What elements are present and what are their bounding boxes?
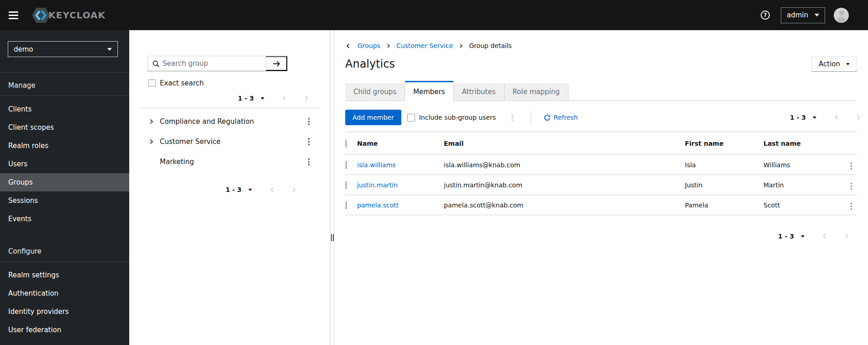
main-content: Groups Customer Service Group details An… xyxy=(334,30,868,345)
pagination-prev-button[interactable] xyxy=(281,95,288,101)
row-checkbox[interactable] xyxy=(346,201,347,209)
breadcrumb: Groups Customer Service Group details xyxy=(345,42,857,49)
group-tree-panel: Exact search 1 - 3 Compliance and Regula… xyxy=(129,30,330,345)
tree-item-compliance-and-regulation: Compliance and Regulation xyxy=(129,111,330,132)
pagination-next-button[interactable] xyxy=(303,95,310,101)
sidebar-item-groups[interactable]: Groups xyxy=(0,173,129,191)
pagination-prev-button[interactable] xyxy=(269,186,275,193)
tab-role-mapping[interactable]: Role mapping xyxy=(505,83,568,101)
table-header-row: Name Email First name Last name xyxy=(345,132,857,155)
tabs: Child groups Members Attributes Role map… xyxy=(345,81,857,101)
column-header-name: Name xyxy=(357,132,444,155)
members-table: Name Email First name Last name isla.wil… xyxy=(345,132,857,215)
row-checkbox[interactable] xyxy=(346,161,347,169)
pagination-range: 1 - 3 xyxy=(226,186,242,193)
toolbar-kebab-menu-icon[interactable] xyxy=(510,112,515,122)
pagination-options-caret-icon[interactable] xyxy=(248,189,252,191)
chevron-right-icon xyxy=(458,43,463,48)
keycloak-logo-icon xyxy=(32,7,50,23)
pagination-prev-button[interactable] xyxy=(833,114,840,121)
kebab-menu-icon[interactable] xyxy=(306,156,311,167)
group-search xyxy=(147,56,288,71)
breadcrumb-link-groups[interactable]: Groups xyxy=(358,42,380,49)
keycloak-logo: KEYCLOAK xyxy=(32,7,105,23)
table-pagination-top: 1 - 3 xyxy=(790,113,862,122)
action-label: Action xyxy=(819,60,840,68)
member-name-link[interactable]: isla.williams xyxy=(357,161,396,169)
sidebar-item-authentication[interactable]: Authentication xyxy=(0,284,129,303)
add-member-button[interactable]: Add member xyxy=(345,110,401,125)
table-pagination-bottom: 1 - 3 xyxy=(345,232,850,240)
sidebar-item-clients[interactable]: Clients xyxy=(0,100,129,118)
breadcrumb-link-customer-service[interactable]: Customer Service xyxy=(396,42,453,49)
avatar[interactable] xyxy=(834,8,849,23)
member-email: justin.martin@knab.com xyxy=(444,175,685,195)
panel-resize-splitter[interactable] xyxy=(330,30,334,345)
row-kebab-menu-icon[interactable] xyxy=(849,161,854,171)
hamburger-menu-icon[interactable] xyxy=(9,11,18,19)
kebab-menu-icon[interactable] xyxy=(306,136,311,147)
tree-pagination-bottom: 1 - 3 xyxy=(129,186,297,194)
exact-search-checkbox[interactable] xyxy=(148,80,156,87)
chevron-right-icon xyxy=(386,43,391,48)
search-group-input[interactable] xyxy=(163,59,262,68)
tab-attributes[interactable]: Attributes xyxy=(453,83,505,101)
search-submit-button[interactable] xyxy=(266,56,287,71)
pagination-options-caret-icon[interactable] xyxy=(261,97,264,100)
sidebar-item-identity-providers[interactable]: Identity providers xyxy=(0,303,129,321)
member-last-name: Williams xyxy=(763,155,848,175)
select-all-checkbox[interactable] xyxy=(346,139,347,148)
pagination-options-caret-icon[interactable] xyxy=(813,117,816,119)
configure-nav: Realm settings Authentication Identity p… xyxy=(0,262,129,339)
chevron-down-icon xyxy=(846,63,850,65)
group-name[interactable]: Compliance and Regulation xyxy=(160,117,254,126)
sidebar-item-client-scopes[interactable]: Client scopes xyxy=(0,118,129,137)
sidebar-item-user-federation[interactable]: User federation xyxy=(0,321,129,339)
tab-child-groups[interactable]: Child groups xyxy=(345,83,405,101)
pagination-next-button[interactable] xyxy=(291,186,297,193)
pagination-options-caret-icon[interactable] xyxy=(801,235,805,238)
tab-members[interactable]: Members xyxy=(405,81,453,101)
row-checkbox[interactable] xyxy=(346,181,347,189)
realm-selector[interactable]: demo xyxy=(8,41,118,57)
exact-search: Exact search xyxy=(148,79,330,87)
breadcrumb-back-icon[interactable] xyxy=(345,43,351,49)
sidebar-item-realm-settings[interactable]: Realm settings xyxy=(0,266,129,284)
row-kebab-menu-icon[interactable] xyxy=(849,201,854,212)
member-email: isla.williams@knab.com xyxy=(444,155,685,175)
tree-pagination-top: 1 - 3 xyxy=(129,94,310,102)
pagination-next-button[interactable] xyxy=(855,114,862,121)
member-email: pamela.scott@knab.com xyxy=(444,195,685,215)
exact-search-label: Exact search xyxy=(160,79,204,87)
page-title: Analytics xyxy=(345,58,395,70)
sidebar: demo Manage Clients Client scopes Realm … xyxy=(0,30,129,345)
expand-chevron-icon[interactable] xyxy=(147,139,155,144)
pagination-next-button[interactable] xyxy=(843,233,850,239)
row-kebab-menu-icon[interactable] xyxy=(849,181,854,191)
divider xyxy=(140,108,320,108)
action-dropdown-button[interactable]: Action xyxy=(811,56,857,72)
member-first-name: Isla xyxy=(685,155,763,175)
sidebar-item-sessions[interactable]: Sessions xyxy=(0,191,129,210)
section-label-manage: Manage xyxy=(0,73,129,96)
refresh-button[interactable]: Refresh xyxy=(544,114,578,121)
include-subgroups-checkbox[interactable] xyxy=(407,114,415,122)
group-name[interactable]: Marketing xyxy=(160,158,194,166)
sidebar-item-realm-roles[interactable]: Realm roles xyxy=(0,137,129,155)
sidebar-item-users[interactable]: Users xyxy=(0,155,129,173)
group-name[interactable]: Customer Service xyxy=(160,138,221,146)
member-name-link[interactable]: justin.martin xyxy=(357,181,398,189)
member-name-link[interactable]: pamela.scott xyxy=(357,202,399,209)
member-first-name: Pamela xyxy=(685,195,763,215)
expand-chevron-icon[interactable] xyxy=(147,119,155,124)
group-tree: Compliance and Regulation Customer Servi… xyxy=(129,111,330,172)
sidebar-item-events[interactable]: Events xyxy=(0,210,129,228)
kebab-menu-icon[interactable] xyxy=(306,116,311,127)
member-first-name: Justin xyxy=(685,175,763,195)
masthead: KEYCLOAK ? admin xyxy=(0,0,868,30)
pagination-prev-button[interactable] xyxy=(821,233,828,239)
refresh-icon xyxy=(544,114,551,121)
help-icon[interactable]: ? xyxy=(761,11,770,20)
user-dropdown[interactable]: admin xyxy=(781,7,825,23)
pagination-range: 1 - 3 xyxy=(238,95,254,102)
